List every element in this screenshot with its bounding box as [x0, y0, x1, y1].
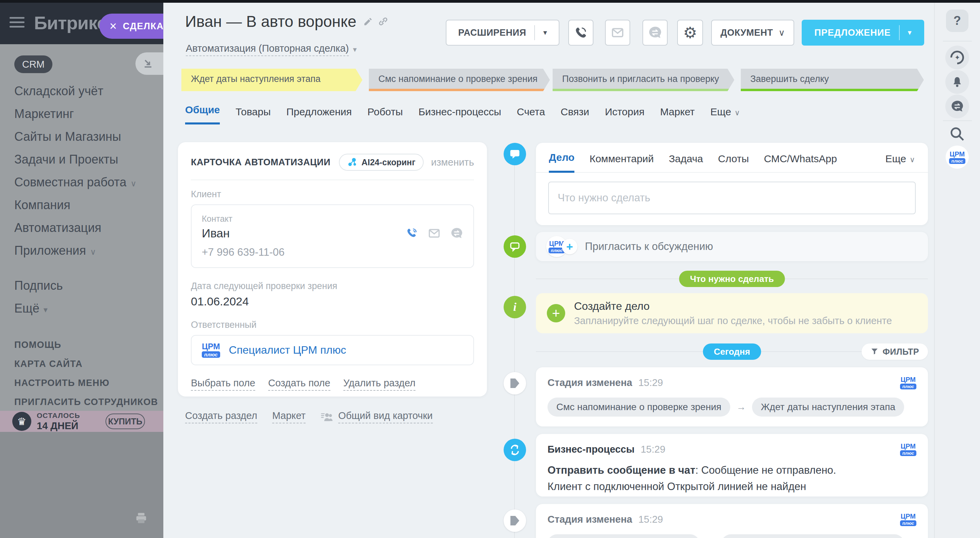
crm-plus-app-button[interactable]: ЦРМплюс — [946, 146, 969, 169]
messenger-button[interactable] — [945, 95, 969, 118]
buy-button[interactable]: КУПИТЬ — [105, 414, 145, 429]
responsible-box[interactable]: ЦРМплюс Специалист ЦРМ плюс — [191, 335, 474, 365]
printer-icon[interactable] — [135, 512, 148, 525]
composer-tab-activity[interactable]: Дело — [549, 152, 574, 173]
notifications-button[interactable] — [945, 70, 969, 94]
sidebar-item-automation[interactable]: Автоматизация — [14, 216, 137, 239]
chevron-down-icon: ∨ — [735, 108, 740, 117]
todo-chip-row: Что нужно сделать — [536, 271, 928, 287]
configure-menu-link[interactable]: НАСТРОИТЬ МЕНЮ — [14, 373, 158, 392]
sidebar: Битрикс 24 × СДЕЛКА CRM Складской учёт М… — [0, 3, 163, 538]
composer-tab-more[interactable]: Еще∨ — [885, 153, 915, 172]
stage-change-marker-icon — [504, 372, 526, 395]
sidebar-item-warehouse[interactable]: Складской учёт — [14, 79, 137, 102]
sidebar-item-sign[interactable]: Подпись — [14, 274, 137, 297]
card-view-link[interactable]: Общий вид карточки — [338, 410, 433, 424]
timeline-entry-stage-change[interactable]: Стадия изменена 15:29 ЦРМплюс Ждет даты … — [536, 504, 928, 538]
entry-time: 15:29 — [638, 514, 663, 525]
create-section-link[interactable]: Создать раздел — [185, 410, 257, 424]
tab-bizproc[interactable]: Бизнес-процессы — [418, 106, 501, 124]
tab-more[interactable]: Еще∨ — [711, 106, 740, 124]
tab-robots[interactable]: Роботы — [368, 106, 403, 124]
sidebar-item-tasks[interactable]: Задачи и Проекты — [14, 148, 137, 171]
search-button[interactable] — [949, 126, 966, 142]
sidebar-item-company[interactable]: Компания — [14, 194, 137, 216]
sidebar-item-collab[interactable]: Совместная работа∨ — [14, 171, 137, 194]
add-participant-icon[interactable]: + — [562, 239, 578, 254]
today-chip[interactable]: Сегодня — [703, 343, 761, 360]
tab-general[interactable]: Общие — [185, 104, 220, 124]
composer-tab-sms[interactable]: СМС/WhatsApp — [764, 153, 837, 172]
stage-waiting-date[interactable]: Ждет даты наступления этапа — [181, 69, 363, 91]
sitemap-link[interactable]: КАРТА САЙТА — [14, 354, 158, 373]
sidebar-collapse-button[interactable] — [135, 52, 163, 75]
sidebar-item-apps[interactable]: Приложения∨ — [14, 239, 137, 262]
help-link[interactable]: ПОМОЩЬ — [14, 335, 158, 354]
open-line-chat-button[interactable] — [643, 20, 668, 46]
copy-link-icon[interactable] — [378, 16, 388, 27]
sidebar-item-marketing[interactable]: Маркетинг — [14, 102, 137, 125]
entry-author-avatar: ЦРМплюс — [900, 443, 916, 456]
composer-tab-task[interactable]: Задача — [669, 153, 703, 172]
gear-icon: ⚙ — [683, 25, 697, 40]
stage-call-invite[interactable]: Позвонить и пригласить на проверку — [553, 69, 734, 91]
chevron-down-icon: ∨ — [90, 247, 96, 256]
next-check-date-value[interactable]: 01.06.2024 — [191, 295, 474, 308]
email-contact-icon[interactable] — [428, 227, 441, 240]
responsible-label: Ответственный — [191, 320, 474, 330]
todo-input[interactable] — [548, 182, 916, 214]
call-button[interactable] — [568, 20, 593, 46]
create-field-link[interactable]: Создать поле — [268, 378, 331, 391]
tab-products[interactable]: Товары — [235, 106, 270, 124]
call-contact-icon[interactable] — [406, 227, 418, 240]
help-button[interactable]: ? — [946, 10, 969, 32]
composer-tab-comment[interactable]: Комментарий — [589, 153, 654, 172]
chat-contact-icon[interactable] — [450, 227, 463, 240]
select-field-link[interactable]: Выбрать поле — [191, 378, 255, 391]
copilot-button[interactable]: ✦ — [945, 46, 969, 69]
timeline-entry-stage-change[interactable]: Стадия изменена 15:29 ЦРМплюс Смс напоми… — [536, 367, 928, 427]
search-icon — [949, 126, 966, 142]
collapse-arrow-icon — [142, 58, 154, 69]
contact-name[interactable]: Иван — [202, 227, 230, 240]
sidebar-item-sites[interactable]: Сайты и Магазины — [14, 125, 137, 148]
market-link[interactable]: Маркет — [272, 410, 305, 424]
sidebar-item-more[interactable]: Ещё▾ — [14, 297, 137, 320]
close-icon[interactable]: × — [110, 20, 117, 32]
tab-quotes[interactable]: Предложения — [286, 106, 352, 124]
tab-market[interactable]: Маркет — [660, 106, 695, 124]
deal-slider-badge[interactable]: × СДЕЛКА — [99, 14, 163, 39]
extensions-button[interactable]: РАСШИРЕНИЯ ▾ — [446, 20, 559, 46]
entry-title: Стадия изменена — [547, 514, 632, 525]
pipeline-selector[interactable]: Автоматизация (Повторная сделка) ▾ — [186, 43, 356, 56]
contact-box[interactable]: Контакт Иван +7 996 639-11-06 — [191, 205, 474, 268]
edit-title-icon[interactable] — [363, 16, 373, 27]
tab-invoices[interactable]: Счета — [517, 106, 545, 124]
delete-section-link[interactable]: Удалить раздел — [343, 378, 415, 391]
invite-to-discussion[interactable]: ЦРМплюс + Пригласить к обсуждению — [536, 232, 928, 261]
edit-card-link[interactable]: изменить — [431, 157, 474, 168]
stage-sms-reminder[interactable]: Смс напоминание о проверке зрения — [369, 69, 550, 91]
responsible-name-link[interactable]: Специалист ЦРМ плюс — [229, 344, 347, 356]
composer-tab-slots[interactable]: Слоты — [718, 153, 749, 172]
invite-employees-link[interactable]: ПРИГЛАСИТЬ СОТРУДНИКОВ — [14, 392, 158, 411]
bizproc-icon — [504, 439, 526, 461]
caret-down-icon: ▾ — [908, 28, 912, 37]
ai-scoring-badge[interactable]: AI24-скоринг — [339, 154, 424, 171]
filter-button[interactable]: ФИЛЬТР — [862, 343, 928, 360]
tab-links[interactable]: Связи — [561, 106, 589, 124]
contact-phone[interactable]: +7 996 639-11-06 — [202, 246, 463, 259]
tab-history[interactable]: История — [605, 106, 644, 124]
stage-close-deal[interactable]: Завершить сделку — [741, 69, 924, 91]
settings-button[interactable]: ⚙ — [677, 20, 703, 46]
offer-button[interactable]: ПРЕДЛОЖЕНИЕ ▾ — [802, 20, 924, 46]
add-activity-button[interactable]: + — [547, 304, 565, 322]
deal-activity-icon — [504, 143, 526, 165]
crm-badge[interactable]: CRM — [14, 56, 52, 73]
chevron-down-icon: ∨ — [910, 156, 915, 164]
right-rail: ? ✦ ЦРМплюс — [934, 3, 980, 538]
document-button[interactable]: ДОКУМЕНТ ∨ — [711, 20, 794, 46]
email-button[interactable] — [605, 20, 630, 46]
hamburger-menu-icon[interactable] — [10, 17, 24, 30]
timeline-entry-bizproc[interactable]: Бизнес-процессы 15:29 ЦРМплюс Отправить … — [536, 434, 928, 497]
